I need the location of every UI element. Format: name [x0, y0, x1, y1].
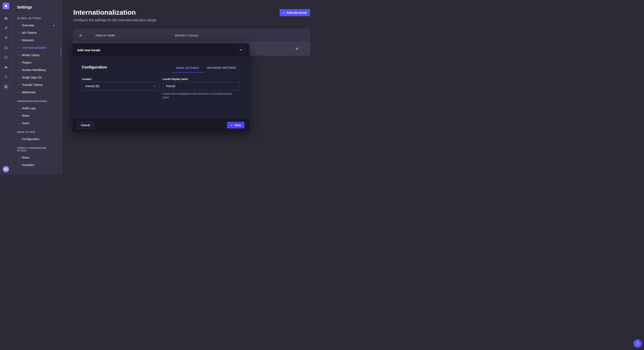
display-name-label-text: Locale display name — [162, 78, 188, 81]
locales-select[interactable]: French (fr) ▼ — [82, 82, 159, 90]
save-button-label: Save — [234, 124, 241, 127]
chevron-down-icon: ▼ — [154, 85, 156, 87]
locale-form: Locales* French (fr) ▼ Locale display na… — [82, 78, 240, 100]
cancel-button[interactable]: Cancel — [77, 122, 94, 129]
close-icon[interactable]: ✕ — [238, 47, 244, 53]
configuration-header-row: Configuration BASIC SETTINGS ADVANCED SE… — [82, 64, 240, 72]
tab-basic-settings[interactable]: BASIC SETTINGS — [172, 64, 203, 72]
required-asterisk: * — [92, 78, 93, 81]
check-icon: ✓ — [231, 124, 233, 127]
configuration-title: Configuration — [82, 65, 107, 72]
display-name-input[interactable] — [162, 82, 240, 90]
locales-field-group: Locales* French (fr) ▼ — [82, 78, 159, 100]
display-name-hint: Locale will be displayed under that name… — [162, 92, 239, 100]
modal-header: Add new locale ✕ — [72, 43, 249, 57]
locales-label-text: Locales — [82, 78, 91, 81]
modal-title: Add new locale — [77, 48, 100, 52]
tab-advanced-settings[interactable]: ADVANCED SETTINGS — [203, 64, 240, 72]
modal-body: Configuration BASIC SETTINGS ADVANCED SE… — [72, 57, 249, 118]
locales-select-value: French (fr) — [86, 84, 99, 88]
settings-tabs: BASIC SETTINGS ADVANCED SETTINGS — [160, 64, 240, 72]
required-asterisk: * — [188, 78, 189, 81]
modal-footer: Cancel ✓ Save — [72, 118, 249, 132]
save-button[interactable]: ✓ Save — [227, 122, 244, 128]
display-name-field-group: Locale display name* Locale will be disp… — [162, 78, 240, 100]
locales-field-label: Locales* — [82, 78, 159, 81]
add-locale-modal: Add new locale ✕ Configuration BASIC SET… — [72, 43, 249, 132]
display-name-field-label: Locale display name* — [162, 78, 240, 81]
